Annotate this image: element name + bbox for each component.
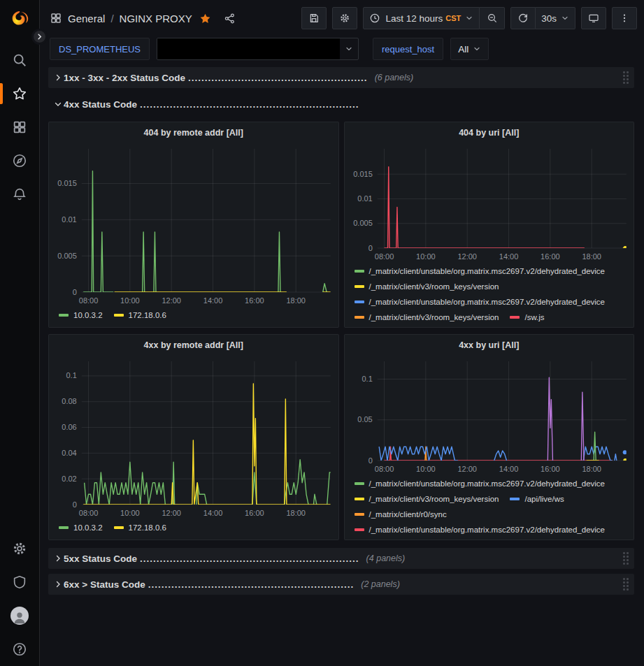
legend-swatch bbox=[355, 270, 364, 273]
row-drag-handle[interactable] bbox=[623, 71, 629, 84]
legend-swatch bbox=[355, 513, 364, 516]
kebab-menu-button[interactable] bbox=[612, 7, 637, 29]
panel-title[interactable]: 4xx by uri [All] bbox=[345, 335, 634, 356]
row-drag-handle[interactable] bbox=[623, 578, 629, 591]
breadcrumb-section[interactable]: General bbox=[68, 13, 105, 24]
legend-label: /sw.js bbox=[524, 313, 544, 321]
legend-item[interactable]: /_matrix/client/unstable/org.matrix.msc2… bbox=[355, 265, 606, 277]
variable-ds-prometheus-select[interactable] bbox=[157, 38, 359, 60]
legend-swatch bbox=[355, 528, 364, 531]
share-icon[interactable] bbox=[224, 13, 236, 24]
search-icon[interactable] bbox=[0, 43, 40, 77]
main-area: General / NGINX PROXY bbox=[40, 0, 644, 666]
grafana-logo-icon[interactable] bbox=[9, 10, 30, 31]
variable-ds-prometheus-label[interactable]: DS_PROMETHEUS bbox=[50, 38, 150, 60]
panel-1: 404 by uri [All]08:0010:0012:0014:0016:0… bbox=[344, 122, 635, 328]
dashboard-settings-button[interactable] bbox=[332, 7, 357, 29]
sidebar-item-alerting[interactable] bbox=[0, 178, 40, 211]
panel-title[interactable]: 404 by uri [All] bbox=[345, 122, 634, 143]
legend-swatch bbox=[59, 526, 69, 529]
chart-area[interactable]: 08:0010:0012:0014:0016:0018:0000.050.1 bbox=[345, 356, 634, 476]
svg-text:08:00: 08:00 bbox=[79, 296, 99, 305]
sidebar-item-dashboards[interactable] bbox=[0, 110, 40, 144]
svg-text:14:00: 14:00 bbox=[499, 252, 518, 261]
row-4xx[interactable]: 4xx Status Code ........................… bbox=[48, 94, 634, 115]
svg-text:0.02: 0.02 bbox=[62, 475, 76, 483]
legend-item[interactable]: 172.18.0.6 bbox=[114, 309, 166, 321]
row-5xx[interactable]: 5xx Status Code ........................… bbox=[48, 548, 634, 569]
chevron-down-icon bbox=[52, 100, 64, 108]
legend-label: 172.18.0.6 bbox=[129, 311, 166, 319]
svg-text:12:00: 12:00 bbox=[162, 296, 181, 305]
panel-title[interactable]: 404 by remote addr [All] bbox=[49, 122, 338, 143]
sidebar-expand-button[interactable] bbox=[31, 29, 48, 45]
dashboard-title[interactable]: NGINX PROXY bbox=[120, 13, 192, 24]
svg-text:16:00: 16:00 bbox=[541, 465, 560, 473]
legend-item[interactable]: /_matrix/client/v3/room_keys/version bbox=[355, 280, 499, 293]
svg-text:12:00: 12:00 bbox=[162, 509, 181, 517]
save-dashboard-button[interactable] bbox=[301, 7, 327, 29]
time-range-picker[interactable]: Last 12 hours CST bbox=[363, 7, 480, 29]
panel-3: 4xx by uri [All]08:0010:0012:0014:0016:0… bbox=[344, 334, 635, 540]
svg-text:0.06: 0.06 bbox=[62, 423, 76, 431]
shield-admin-icon[interactable] bbox=[0, 565, 40, 599]
request-host-value: All bbox=[458, 44, 468, 55]
chart-area[interactable]: 08:0010:0012:0014:0016:0018:0000.020.040… bbox=[49, 356, 338, 520]
row-drag-handle[interactable] bbox=[623, 552, 629, 565]
legend-item[interactable]: /_matrix/client/unstable/org.matrix.msc2… bbox=[355, 523, 606, 536]
legend-label: /_matrix/client/unstable/org.matrix.msc2… bbox=[369, 526, 606, 534]
timezone-label: CST bbox=[445, 14, 461, 22]
legend-item[interactable]: /_matrix/client/v3/room_keys/version bbox=[355, 311, 499, 324]
svg-text:12:00: 12:00 bbox=[457, 465, 477, 473]
legend-label: /_matrix/client/v3/room_keys/version bbox=[369, 313, 499, 321]
legend-label: /_matrix/client/v3/room_keys/version bbox=[369, 495, 499, 503]
zoom-out-button[interactable] bbox=[480, 7, 505, 29]
legend-label: 10.0.3.2 bbox=[73, 523, 103, 532]
dashboards-grid-icon[interactable] bbox=[50, 12, 62, 24]
chart-area[interactable]: 08:0010:0012:0014:0016:0018:0000.0050.01… bbox=[345, 143, 634, 263]
row-dots: ........................................… bbox=[148, 579, 355, 590]
svg-text:0: 0 bbox=[73, 288, 77, 296]
chevron-down-icon bbox=[561, 14, 569, 22]
legend-swatch bbox=[355, 285, 364, 288]
legend-item[interactable]: /api/live/ws bbox=[510, 493, 564, 505]
legend-item[interactable]: /_matrix/client/v3/room_keys/version bbox=[355, 493, 499, 505]
svg-text:18:00: 18:00 bbox=[582, 252, 601, 261]
svg-text:10:00: 10:00 bbox=[416, 252, 436, 261]
row-title: 5xx Status Code bbox=[64, 553, 137, 564]
variable-request-host-label[interactable]: request_host bbox=[373, 38, 443, 60]
row-6xx[interactable]: 6xx > Status Code ......................… bbox=[48, 574, 634, 595]
svg-text:14:00: 14:00 bbox=[203, 296, 223, 305]
row-panel-count: (2 panels) bbox=[361, 579, 400, 589]
svg-text:12:00: 12:00 bbox=[457, 252, 477, 261]
legend-item[interactable]: /_matrix/client/unstable/org.matrix.msc2… bbox=[355, 296, 606, 308]
legend-item[interactable]: /sw.js bbox=[510, 311, 544, 324]
svg-text:16:00: 16:00 bbox=[245, 296, 264, 305]
row-panel-count: (4 panels) bbox=[366, 553, 406, 563]
sidebar-item-explore[interactable] bbox=[0, 144, 40, 178]
legend-item[interactable]: /_matrix/client/r0/sync bbox=[355, 508, 447, 521]
refresh-interval-picker[interactable]: 30s bbox=[536, 7, 575, 29]
sidebar-item-starred[interactable] bbox=[0, 77, 40, 110]
svg-text:0.05: 0.05 bbox=[357, 415, 372, 424]
panel-title[interactable]: 4xx by remote addr [All] bbox=[49, 335, 338, 356]
favorite-star-icon[interactable] bbox=[199, 13, 211, 24]
legend-item[interactable]: 10.0.3.2 bbox=[59, 521, 103, 534]
svg-text:0: 0 bbox=[368, 456, 372, 465]
svg-text:16:00: 16:00 bbox=[245, 509, 264, 517]
legend-item[interactable]: 10.0.3.2 bbox=[59, 309, 103, 321]
tv-mode-button[interactable] bbox=[581, 7, 606, 29]
breadcrumb: General / NGINX PROXY bbox=[50, 12, 236, 24]
legend-item[interactable]: 172.18.0.6 bbox=[114, 521, 166, 534]
svg-text:14:00: 14:00 bbox=[203, 509, 223, 517]
legend-item[interactable]: /_matrix/client/unstable/org.matrix.msc2… bbox=[355, 477, 606, 490]
settings-gear-icon[interactable] bbox=[0, 532, 40, 565]
user-avatar[interactable] bbox=[0, 599, 40, 632]
svg-text:0.015: 0.015 bbox=[57, 179, 77, 187]
avatar-circle bbox=[10, 607, 29, 625]
refresh-button[interactable] bbox=[510, 7, 536, 29]
row-1xx-3xx-2xx[interactable]: 1xx - 3xx - 2xx Status Code ............… bbox=[48, 67, 634, 88]
chart-area[interactable]: 08:0010:0012:0014:0016:0018:0000.0050.01… bbox=[49, 143, 338, 307]
help-icon[interactable] bbox=[0, 632, 40, 666]
variable-request-host-select[interactable]: All bbox=[450, 38, 489, 60]
